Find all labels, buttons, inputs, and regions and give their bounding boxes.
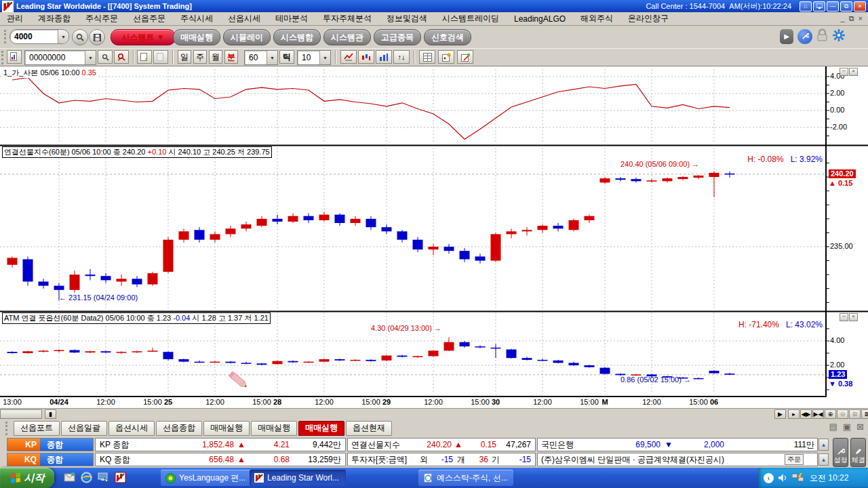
menu-item-3[interactable]: 선옵주문 [133, 13, 165, 24]
menu-item-4[interactable]: 주식시세 [180, 13, 213, 24]
chevron-down-icon[interactable]: ▼ [58, 30, 68, 43]
period-button-1[interactable]: 주 [193, 50, 207, 64]
chart-nav-icon-1[interactable]: ◀▶ [800, 409, 812, 419]
tray-collapse-icon[interactable]: ‹ [764, 473, 774, 483]
period-button-3[interactable]: 분 [224, 50, 238, 64]
news-ticker-panel[interactable]: (주)삼우이엠씨 단일판매 · 공급계약체결(자진공시) 주문 [537, 453, 818, 466]
save-button[interactable] [89, 29, 105, 45]
chart-nav-icon-6[interactable]: ⊠ [861, 409, 868, 419]
system-trading-menu-button[interactable]: 시스템트 ▼ [111, 29, 176, 45]
chart-toolbar-grip[interactable] [1, 51, 5, 64]
mdi-restore-button[interactable]: ⧉ [849, 14, 854, 23]
menu-item-11[interactable]: 해외주식 [580, 13, 613, 24]
symbol-code-input[interactable]: 00000000 ▼ [24, 50, 96, 65]
code-search-button[interactable] [98, 50, 113, 64]
toolbar-button-1[interactable]: 시뮬레이 [223, 29, 271, 45]
mdi-minimize-button[interactable]: _ [841, 14, 845, 23]
screen-number-input[interactable]: 4000 ▼ [9, 29, 69, 44]
close-button[interactable]: × [854, 1, 866, 12]
note-icon[interactable]: ▤ [829, 422, 837, 432]
clock[interactable]: 오전 10:22 [810, 472, 848, 484]
scrollbar-page-button[interactable]: ▮ [45, 409, 56, 419]
menu-item-10[interactable]: LeadingALGO [514, 14, 566, 24]
tab-5[interactable]: 매매실행 [251, 421, 297, 436]
chevron-down-icon[interactable]: ▼ [267, 51, 277, 64]
mdi-close-button[interactable]: × [859, 14, 863, 23]
bar-chart-type-icon[interactable] [376, 50, 392, 64]
menu-item-1[interactable]: 계좌종합 [38, 13, 71, 24]
futures-panel[interactable]: 연결선물지수 240.20 ▲ 0.15 47,267 [347, 438, 536, 451]
chart-nav-icon-2[interactable]: ▶◀ [812, 409, 824, 419]
draw-tool-icon[interactable] [457, 50, 473, 64]
toolbar-button-5[interactable]: 신호검색 [424, 29, 471, 45]
panel-minimize-icon[interactable]: ─ [840, 68, 848, 76]
grid-settings-icon[interactable] [419, 50, 435, 64]
chart-doc-icon[interactable] [7, 50, 22, 64]
minimize-button[interactable]: — [827, 1, 839, 12]
candle-chart-type-icon[interactable] [358, 50, 374, 64]
kosdaq-badge[interactable]: KQ 종합 [7, 453, 94, 466]
toolbar-grip[interactable] [4, 30, 8, 43]
restore-button[interactable]: ⧉ [840, 1, 852, 12]
internet-explorer-icon[interactable] [81, 472, 92, 483]
toolbar-button-4[interactable]: 고급종목 [374, 29, 421, 45]
minute-select[interactable]: 60 ▼ [244, 50, 278, 65]
tools-icon[interactable] [797, 29, 812, 44]
start-button[interactable]: 시작 [0, 468, 54, 488]
tab-4[interactable]: 매매실행 [203, 421, 250, 436]
tab-1[interactable]: 선옵일괄 [61, 421, 107, 436]
panel-close-icon[interactable]: × [849, 68, 858, 76]
execution-button[interactable]: 체결 [850, 438, 866, 467]
chart-nav-icon-0[interactable]: ▸ [788, 409, 800, 419]
task-yeslanguage[interactable]: YesLanguage 편... [161, 470, 253, 486]
panel-minimize-icon[interactable]: ─ [840, 313, 848, 321]
indicator-tool-icon[interactable] [438, 50, 454, 64]
tab-2[interactable]: 옵션시세 [108, 421, 155, 436]
toolbar-button-3[interactable]: 시스템관 [323, 29, 371, 45]
menu-item-6[interactable]: 테마분석 [275, 13, 308, 24]
mail-icon[interactable] [64, 472, 75, 483]
toolbar-button-0[interactable]: 매매실행 [173, 29, 220, 45]
search-button[interactable] [72, 29, 88, 45]
gear-icon[interactable] [832, 28, 846, 44]
task-yesstock[interactable]: 예스스탁-주식, 선... [418, 470, 513, 486]
chart-area[interactable]: 13:0004/2412:0015:002512:0015:002812:001… [0, 66, 868, 420]
monitor-icon[interactable] [813, 1, 825, 12]
trading-app-icon[interactable] [115, 472, 126, 483]
volume-icon[interactable] [778, 473, 788, 483]
scroll-right-icon[interactable]: ▶ [774, 409, 786, 419]
show-desktop-icon[interactable] [98, 472, 109, 483]
line-chart-type-icon[interactable] [340, 50, 357, 64]
code-search-cancel-button[interactable] [114, 50, 129, 64]
kospi-badge[interactable]: KP 종합 [7, 438, 94, 451]
tick-select[interactable]: 10 ▼ [297, 50, 331, 65]
kosdaq-index-panel[interactable]: KQ 종합 656.48 ▲ 0.68 13,259만 [95, 453, 346, 466]
play-pause-icon[interactable]: ▶ [780, 29, 793, 44]
menu-item-2[interactable]: 주식주문 [85, 13, 118, 24]
scrollbar-thumb[interactable] [0, 409, 42, 419]
chevron-down-icon[interactable]: ▼ [85, 51, 96, 64]
tab-6[interactable]: 매매실행 [298, 421, 344, 436]
menu-item-7[interactable]: 투자주체분석 [323, 13, 372, 24]
toolbar-button-2[interactable]: 시스템합 [273, 29, 321, 45]
new-chart-icon[interactable] [137, 50, 152, 64]
news-scroll-up-icon[interactable]: ▲ [818, 453, 829, 466]
network-icon[interactable] [792, 473, 804, 483]
close-window-icon[interactable]: ⊠ [856, 422, 864, 432]
panel-close-icon[interactable]: × [849, 313, 858, 321]
chevron-down-icon[interactable]: ▼ [319, 51, 330, 64]
ticker-scroll-up-icon[interactable]: ▲ [818, 439, 829, 451]
stock-ticker-panel[interactable]: 국민은행 69,500 ▼ 2,000 111만 [537, 438, 818, 451]
menu-item-0[interactable]: 관리 [7, 13, 23, 24]
tick-button[interactable]: 틱 [279, 50, 294, 64]
period-button-2[interactable]: 월 [209, 50, 222, 64]
settings-button[interactable]: 설정 [833, 438, 848, 467]
chart-nav-icon-3[interactable]: ⊕ [825, 409, 836, 419]
task-leadingstar[interactable]: Leading Star Worl... [250, 470, 346, 486]
investor-panel[interactable]: 투자자[풋:금액] 외 -15 개 36 기 -15 [347, 453, 536, 466]
tab-0[interactable]: 선옵포트 [14, 421, 60, 436]
tab-7[interactable]: 옵션현재 [346, 421, 392, 436]
home-icon[interactable]: ⌂ [800, 1, 812, 12]
tab-bar-grip[interactable] [5, 422, 9, 435]
lock-icon[interactable] [816, 28, 828, 44]
